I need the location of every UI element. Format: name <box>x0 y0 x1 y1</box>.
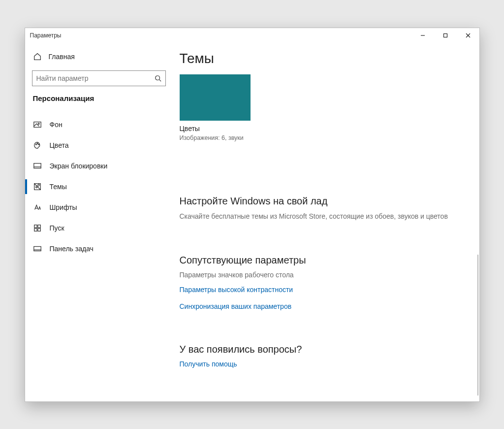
sidebar-item-themes[interactable]: Темы <box>25 176 173 197</box>
related-heading: Сопутствующие параметры <box>180 255 465 266</box>
sidebar-item-fonts[interactable]: Шрифты <box>25 197 173 218</box>
settings-window: Параметры Главная <box>25 28 480 402</box>
maximize-icon <box>443 33 448 38</box>
related-sub: Параметры значков рабочего стола <box>180 271 465 279</box>
home-icon <box>33 52 42 61</box>
main-content: Темы Цветы Изображения: 6, звуки Настрой… <box>173 43 479 401</box>
sidebar: Главная Персонализация Фон <box>25 43 173 401</box>
close-button[interactable] <box>457 28 479 43</box>
help-section: У вас появились вопросы? Получить помощь <box>180 344 465 368</box>
themes-icon <box>33 182 42 191</box>
customize-section: Настройте Windows на свой лад Скачайте б… <box>180 196 465 222</box>
sidebar-item-label: Экран блокировки <box>50 162 108 170</box>
sidebar-item-lockscreen[interactable]: Экран блокировки <box>25 156 173 176</box>
start-icon <box>33 224 42 232</box>
sidebar-section-title: Персонализация <box>25 93 173 109</box>
svg-point-9 <box>37 143 38 144</box>
svg-rect-1 <box>443 33 447 37</box>
home-label: Главная <box>49 53 75 61</box>
theme-preview[interactable] <box>180 74 251 121</box>
svg-rect-18 <box>37 228 40 231</box>
svg-point-7 <box>38 123 39 124</box>
svg-rect-16 <box>37 225 40 227</box>
maximize-button[interactable] <box>434 28 457 43</box>
sidebar-item-start[interactable]: Пуск <box>25 218 173 238</box>
related-section: Сопутствующие параметры Параметры значко… <box>180 255 465 310</box>
link-high-contrast[interactable]: Параметры высокой контрастности <box>180 286 465 294</box>
svg-point-4 <box>155 75 159 80</box>
sidebar-item-label: Шрифты <box>50 203 77 211</box>
customize-heading: Настройте Windows на свой лад <box>180 196 465 207</box>
sidebar-item-label: Пуск <box>50 224 64 232</box>
svg-point-10 <box>38 144 39 145</box>
page-title: Темы <box>180 51 465 66</box>
customize-desc: Скачайте бесплатные темы из Microsoft St… <box>180 212 465 222</box>
svg-rect-11 <box>33 163 40 168</box>
theme-name: Цветы <box>180 125 465 132</box>
sidebar-item-taskbar[interactable]: Панель задач <box>25 238 173 259</box>
sidebar-item-label: Цвета <box>50 141 69 149</box>
svg-rect-15 <box>34 225 36 227</box>
link-sync-settings[interactable]: Синхронизация ваших параметров <box>180 302 465 310</box>
minimize-icon <box>420 33 425 38</box>
window-controls <box>411 28 479 43</box>
titlebar: Параметры <box>25 28 479 43</box>
sidebar-item-label: Панель задач <box>50 245 94 253</box>
fonts-icon <box>33 203 42 212</box>
help-heading: У вас появились вопросы? <box>180 344 465 355</box>
search-input[interactable] <box>36 74 155 82</box>
svg-rect-17 <box>34 228 36 231</box>
sidebar-item-label: Темы <box>50 183 67 191</box>
palette-icon <box>33 141 42 150</box>
search-box[interactable] <box>32 70 166 86</box>
nav-list: Фон Цвета Экран блокировки <box>25 114 173 259</box>
picture-icon <box>33 120 42 129</box>
minimize-button[interactable] <box>411 28 434 43</box>
window-title: Параметры <box>30 32 411 39</box>
theme-meta: Изображения: 6, звуки <box>180 134 465 141</box>
home-button[interactable]: Главная <box>25 47 173 66</box>
scrollbar[interactable] <box>477 255 478 396</box>
search-icon <box>155 75 161 82</box>
sidebar-item-background[interactable]: Фон <box>25 114 173 135</box>
taskbar-icon <box>33 244 42 253</box>
close-icon <box>466 33 471 38</box>
link-get-help[interactable]: Получить помощь <box>180 360 465 368</box>
lockscreen-icon <box>33 162 42 170</box>
svg-point-8 <box>35 144 36 145</box>
svg-line-5 <box>159 79 161 81</box>
sidebar-item-colors[interactable]: Цвета <box>25 135 173 156</box>
svg-rect-19 <box>33 246 40 251</box>
sidebar-item-label: Фон <box>50 121 63 129</box>
